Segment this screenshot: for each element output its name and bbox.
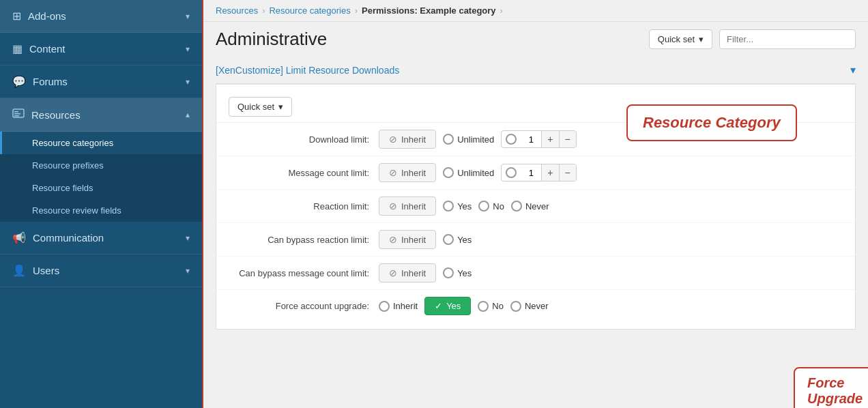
section-chevron-icon[interactable]: ▾ (850, 63, 856, 76)
message-count-limit-label: Message count limit: (229, 168, 379, 178)
section-title[interactable]: [XenCustomize] Limit Resource Downloads (216, 65, 399, 76)
svg-rect-1 (14, 111, 18, 113)
sidebar-item-content-label: Content (29, 43, 66, 55)
forums-chevron-icon: ▾ (186, 77, 190, 87)
force-upgrade-inherit-radio (379, 301, 390, 312)
sidebar-item-addons-label: Add-ons (28, 10, 66, 22)
reaction-limit-yes-option[interactable]: Yes (443, 201, 472, 212)
breadcrumb-sep2: › (355, 5, 358, 16)
sidebar-item-resources[interactable]: Resources ▴ (0, 98, 202, 132)
perm-quick-set-dropdown-icon: ▾ (278, 102, 283, 112)
stepper-plus-btn[interactable]: + (541, 131, 558, 147)
perm-quick-set-button[interactable]: Quick set ▾ (229, 97, 292, 117)
reaction-limit-inherit-btn[interactable]: ⊘ Inherit (379, 196, 436, 216)
sidebar: ⊞ Add-ons ▾ ▦ Content ▾ 💬 Forums ▾ (0, 0, 203, 408)
force-upgrade-yes-btn[interactable]: ✓ Yes (424, 297, 471, 315)
resources-icon (12, 108, 25, 121)
sidebar-subitem-resource-prefixes[interactable]: Resource prefixes (0, 154, 202, 177)
bypass-reaction-label: Can bypass reaction limit: (229, 235, 379, 245)
sidebar-item-users[interactable]: 👤 Users ▾ (0, 254, 202, 287)
bypass-reaction-inherit-btn[interactable]: ⊘ Inherit (379, 230, 436, 249)
perm-quick-set-row: Quick set ▾ (216, 91, 855, 123)
download-limit-unlimited-radio (443, 134, 454, 145)
addons-icon: ⊞ (12, 10, 21, 23)
reaction-limit-controls: ⊘ Inherit Yes No Never (379, 196, 549, 216)
sidebar-item-users-label: Users (33, 265, 59, 276)
communication-chevron-icon: ▾ (186, 233, 190, 243)
inherit-icon: ⊘ (389, 201, 397, 212)
quick-set-button[interactable]: Quick set ▾ (649, 29, 712, 49)
message-count-unlimited-radio (443, 167, 454, 178)
force-upgrade-never-option[interactable]: Never (510, 301, 549, 312)
sidebar-subitem-resource-fields[interactable]: Resource fields (0, 177, 202, 199)
reaction-limit-no-option[interactable]: No (478, 201, 504, 212)
sidebar-item-content[interactable]: ▦ Content ▾ (0, 33, 202, 65)
stepper-radio-icon[interactable] (506, 134, 517, 145)
force-account-upgrade-label: Force account upgrade: (229, 301, 379, 311)
addons-chevron-icon: ▾ (186, 12, 190, 21)
subitem-resource-fields-label: Resource fields (32, 183, 93, 193)
subitem-resource-categories-label: Resource categories (32, 138, 113, 148)
download-limit-inherit-btn[interactable]: ⊘ Inherit (379, 130, 436, 149)
sidebar-item-resources-label: Resources (31, 109, 81, 121)
stepper-value: 1 (521, 132, 541, 147)
bypass-reaction-controls: ⊘ Inherit Yes (379, 230, 472, 249)
inherit-icon: ⊘ (389, 167, 397, 178)
message-count-inherit-btn[interactable]: ⊘ Inherit (379, 163, 436, 182)
resources-subitems: Resource categories Resource prefixes Re… (0, 132, 202, 222)
message-count-unlimited-option[interactable]: Unlimited (443, 167, 494, 178)
breadcrumb-current: Permissions: Example category (362, 5, 496, 16)
table-row: Download limit: ⊘ Inherit Unlimited 1 + (216, 123, 855, 156)
breadcrumb-resource-categories[interactable]: Resource categories (269, 5, 350, 16)
sidebar-item-forums[interactable]: 💬 Forums ▾ (0, 65, 202, 98)
sidebar-subitem-resource-review-fields[interactable]: Resource review fields (0, 199, 202, 222)
table-row: Can bypass message count limit: ⊘ Inheri… (216, 257, 855, 290)
sidebar-item-communication[interactable]: 📢 Communication ▾ (0, 222, 202, 254)
bypass-reaction-yes-radio (443, 234, 454, 245)
force-upgrade-no-option[interactable]: No (478, 301, 504, 312)
content-icon: ▦ (12, 42, 23, 55)
bypass-reaction-yes-option[interactable]: Yes (443, 234, 472, 245)
breadcrumb-sep1: › (262, 5, 265, 16)
content-chevron-icon: ▾ (186, 44, 190, 54)
sidebar-item-addons[interactable]: ⊞ Add-ons ▾ (0, 0, 202, 33)
stepper-plus-btn[interactable]: + (541, 164, 558, 181)
inherit-icon: ⊘ (389, 267, 397, 278)
subitem-resource-prefixes-label: Resource prefixes (32, 160, 104, 171)
force-upgrade-never-radio (510, 301, 521, 312)
stepper-minus-btn[interactable]: − (559, 164, 576, 181)
page-title: Administrative (216, 29, 327, 50)
force-upgrade-inherit-option[interactable]: Inherit (379, 301, 418, 312)
table-row: Message count limit: ⊘ Inherit Unlimited… (216, 156, 855, 190)
forums-icon: 💬 (12, 75, 26, 88)
download-limit-label: Download limit: (229, 134, 379, 145)
message-count-limit-controls: ⊘ Inherit Unlimited 1 + − (379, 163, 577, 182)
sidebar-item-communication-label: Communication (33, 232, 104, 244)
quick-set-dropdown-icon: ▾ (699, 34, 704, 44)
breadcrumb-sep3: › (500, 5, 503, 16)
permission-table: Quick set ▾ Download limit: ⊘ Inherit Un… (216, 85, 856, 330)
quick-set-label: Quick set (658, 34, 695, 44)
reaction-limit-never-option[interactable]: Never (511, 201, 549, 212)
stepper-value: 1 (521, 165, 541, 181)
reaction-limit-no-radio (478, 201, 489, 212)
reaction-limit-never-radio (511, 201, 522, 212)
message-count-stepper: 1 + − (501, 164, 576, 181)
filter-input[interactable] (719, 29, 856, 49)
breadcrumb-resources[interactable]: Resources (216, 5, 258, 16)
bypass-message-count-inherit-btn[interactable]: ⊘ Inherit (379, 263, 436, 282)
section-header: [XenCustomize] Limit Resource Downloads … (216, 57, 856, 85)
communication-icon: 📢 (12, 231, 26, 244)
users-icon: 👤 (12, 264, 26, 277)
force-upgrade-no-radio (478, 301, 489, 312)
download-limit-unlimited-option[interactable]: Unlimited (443, 134, 494, 145)
sidebar-subitem-resource-categories[interactable]: Resource categories (0, 132, 202, 154)
stepper-minus-btn[interactable]: − (559, 131, 576, 147)
bypass-message-count-yes-option[interactable]: Yes (443, 267, 472, 278)
bypass-message-count-label: Can bypass message count limit: (229, 268, 379, 278)
bypass-message-count-yes-radio (443, 267, 454, 278)
stepper-radio-icon[interactable] (506, 167, 517, 178)
checkmark-icon: ✓ (435, 301, 442, 311)
inherit-icon: ⊘ (389, 234, 397, 245)
force-account-upgrade-controls: Inherit ✓ Yes No Never (379, 297, 549, 315)
